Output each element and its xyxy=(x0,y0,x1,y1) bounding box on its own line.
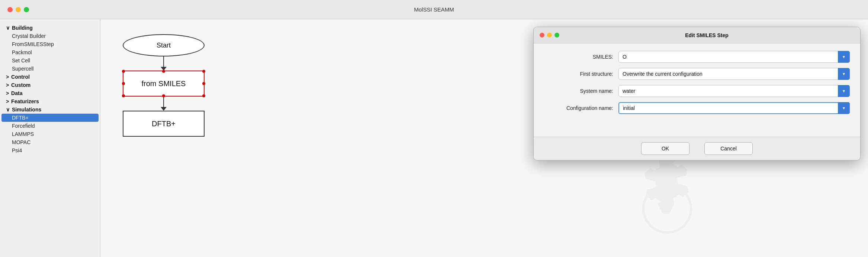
configuration-name-control: ▾ xyxy=(618,102,850,114)
sidebar-item-from-smiles-step[interactable]: FromSMILESStep xyxy=(0,40,100,48)
app-title: MolSSI SEAMM xyxy=(414,6,454,13)
arrow-custom: > xyxy=(6,82,9,88)
sidebar-item-dftb-plus[interactable]: DFTB+ xyxy=(1,114,99,122)
ok-button[interactable]: OK xyxy=(641,142,689,155)
arrow-building: ∨ xyxy=(6,25,10,31)
sidebar-item-lammps[interactable]: LAMMPS xyxy=(0,130,100,138)
smiles-select[interactable]: O xyxy=(618,51,850,63)
configuration-name-label: Configuration name: xyxy=(544,105,618,111)
first-structure-row: First structure: Overwrite the current c… xyxy=(544,68,850,80)
sidebar-item-crystal-builder[interactable]: Crystal Builder xyxy=(0,32,100,40)
sidebar-item-data[interactable]: > Data xyxy=(0,89,100,97)
cancel-button[interactable]: Cancel xyxy=(704,142,753,155)
titlebar: MolSSI SEAMM xyxy=(0,0,868,19)
close-button[interactable] xyxy=(7,7,13,12)
main-layout: ∨ Building Crystal Builder FromSMILESSte… xyxy=(0,19,868,257)
dialog-maximize-button[interactable] xyxy=(554,33,559,38)
dialog-overlay: Edit SMILES Step SMILES: O ▾ xyxy=(100,19,868,257)
arrow-control: > xyxy=(6,74,9,80)
sidebar-item-supercell[interactable]: Supercell xyxy=(0,65,100,73)
dialog-minimize-button[interactable] xyxy=(547,33,552,38)
sidebar: ∨ Building Crystal Builder FromSMILESSte… xyxy=(0,19,100,257)
dialog-footer: OK Cancel xyxy=(534,137,860,160)
system-name-control: water ▾ xyxy=(618,85,850,97)
dialog-title: Edit SMILES Step xyxy=(559,32,854,38)
first-structure-control: Overwrite the current configuration ▾ xyxy=(618,68,850,80)
smiles-control: O ▾ xyxy=(618,51,850,63)
first-structure-label: First structure: xyxy=(544,71,618,77)
sidebar-item-set-cell[interactable]: Set Cell xyxy=(0,56,100,65)
dialog-window-controls xyxy=(540,33,559,38)
dialog-close-button[interactable] xyxy=(540,33,544,38)
minimize-button[interactable] xyxy=(16,7,21,12)
arrow-simulations: ∨ xyxy=(6,107,10,113)
sidebar-item-featurizers[interactable]: > Featurizers xyxy=(0,97,100,105)
sidebar-item-custom[interactable]: > Custom xyxy=(0,81,100,89)
sidebar-item-building[interactable]: ∨ Building xyxy=(0,24,100,32)
arrow-data: > xyxy=(6,90,9,96)
system-name-label: System name: xyxy=(544,88,618,94)
system-name-select[interactable]: water xyxy=(618,85,850,97)
arrow-featurizers: > xyxy=(6,98,9,104)
smiles-row: SMILES: O ▾ xyxy=(544,51,850,63)
sidebar-item-mopac[interactable]: MOPAC xyxy=(0,138,100,146)
edit-smiles-dialog: Edit SMILES Step SMILES: O ▾ xyxy=(533,27,861,160)
smiles-label: SMILES: xyxy=(544,54,618,60)
system-name-row: System name: water ▾ xyxy=(544,85,850,97)
configuration-name-row: Configuration name: ▾ xyxy=(544,102,850,114)
first-structure-select[interactable]: Overwrite the current configuration xyxy=(618,68,850,80)
canvas-area: Start from SMILES xyxy=(100,19,868,257)
sidebar-item-simulations[interactable]: ∨ Simulations xyxy=(0,105,100,114)
sidebar-item-control[interactable]: > Control xyxy=(0,73,100,81)
window-controls xyxy=(7,7,29,12)
dialog-body: SMILES: O ▾ First structure: xyxy=(534,43,860,137)
dialog-titlebar: Edit SMILES Step xyxy=(534,27,860,43)
maximize-button[interactable] xyxy=(24,7,29,12)
configuration-name-input[interactable] xyxy=(618,102,850,114)
sidebar-item-psi4[interactable]: Psi4 xyxy=(0,146,100,154)
sidebar-item-forcefield[interactable]: Forcefield xyxy=(0,122,100,130)
sidebar-item-packmol[interactable]: Packmol xyxy=(0,48,100,56)
